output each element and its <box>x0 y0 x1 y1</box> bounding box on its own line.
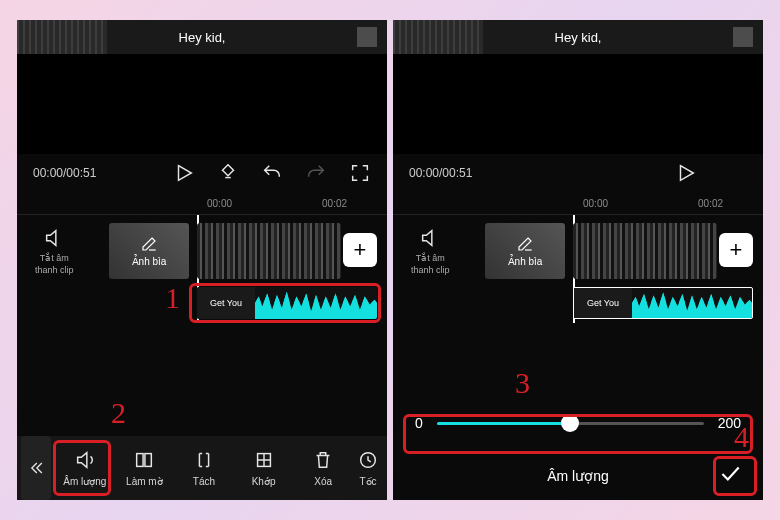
video-track[interactable] <box>573 223 717 279</box>
cover-clip-label: Ảnh bìa <box>508 256 543 267</box>
screen-step-3-4: Hey kid, 00:00/00:51 00:00 00:02 Tắt âm … <box>393 20 763 500</box>
add-clip-button[interactable]: + <box>719 233 753 267</box>
play-button[interactable] <box>675 162 697 184</box>
tool-split[interactable]: Tách <box>174 449 234 487</box>
volume-slider-panel: 0 200 <box>393 398 763 448</box>
player-controls: 00:00/00:51 <box>17 154 387 198</box>
redo-button[interactable] <box>305 162 327 184</box>
bottom-toolbar: Âm lượng Làm mờ Tách Khớp Xóa Tốc <box>17 436 387 500</box>
tool-match[interactable]: Khớp <box>234 449 294 487</box>
play-button[interactable] <box>173 162 195 184</box>
volume-slider[interactable] <box>437 422 704 425</box>
preview-close-button[interactable] <box>357 27 377 47</box>
screen-step-1-2: Hey kid, 00:00/00:51 00:00 00:02 Tắt âm … <box>17 20 387 500</box>
audio-track[interactable]: Get You <box>197 287 377 319</box>
preview-close-button[interactable] <box>733 27 753 47</box>
timecode: 00:00/00:51 <box>409 166 472 180</box>
timeline[interactable]: Tắt âm thanh clip Ảnh bìa + Get You <box>393 215 763 325</box>
ruler-tick: 00:00 <box>583 198 608 212</box>
player-controls: 00:00/00:51 <box>393 154 763 198</box>
mute-clip-label: Tắt âm <box>411 253 450 265</box>
mute-clip-label: thanh clip <box>35 265 74 277</box>
video-canvas <box>393 54 763 154</box>
video-canvas <box>17 54 387 154</box>
callout-number-1: 1 <box>165 281 180 315</box>
toolbar-back-button[interactable] <box>21 436 51 500</box>
fullscreen-button[interactable] <box>349 162 371 184</box>
tool-blur[interactable]: Làm mờ <box>115 449 175 487</box>
mute-clip-button[interactable]: Tắt âm thanh clip <box>411 227 450 276</box>
tool-label: Làm mờ <box>126 476 163 487</box>
audio-track-label: Get You <box>574 288 632 318</box>
undo-button[interactable] <box>261 162 283 184</box>
tool-delete[interactable]: Xóa <box>293 449 353 487</box>
svg-rect-0 <box>137 454 143 467</box>
panel-title: Âm lượng <box>547 468 609 484</box>
timeline-ruler: 00:00 00:02 <box>393 198 763 212</box>
mute-clip-label: Tắt âm <box>35 253 74 265</box>
slider-thumb[interactable] <box>561 414 579 432</box>
slider-min-label: 0 <box>415 415 423 431</box>
callout-number-4: 4 <box>734 420 749 454</box>
tool-label: Tách <box>193 476 215 487</box>
preview-title: Hey kid, <box>555 30 602 45</box>
tool-volume[interactable]: Âm lượng <box>55 449 115 487</box>
tool-label: Âm lượng <box>63 476 106 487</box>
video-track[interactable] <box>197 223 341 279</box>
ruler-tick: 00:02 <box>698 198 723 212</box>
timeline-ruler: 00:00 00:02 <box>17 198 387 212</box>
audio-track-selected[interactable]: Get You <box>573 287 753 319</box>
cover-clip-label: Ảnh bìa <box>132 256 167 267</box>
callout-number-3: 3 <box>515 366 530 400</box>
ruler-tick: 00:00 <box>207 198 232 212</box>
tool-label: Tốc <box>359 476 376 487</box>
waveform <box>632 288 752 318</box>
tool-label: Khớp <box>252 476 276 487</box>
tool-speed[interactable]: Tốc <box>353 449 383 487</box>
cover-clip[interactable]: Ảnh bìa <box>485 223 565 279</box>
video-preview: Hey kid, <box>17 20 387 54</box>
svg-rect-1 <box>145 454 151 467</box>
ruler-tick: 00:02 <box>322 198 347 212</box>
preview-title: Hey kid, <box>179 30 226 45</box>
bottom-bar: Âm lượng <box>393 452 763 500</box>
waveform <box>255 287 377 319</box>
tool-label: Xóa <box>314 476 332 487</box>
video-preview: Hey kid, <box>393 20 763 54</box>
mute-clip-button[interactable]: Tắt âm thanh clip <box>35 227 74 276</box>
add-clip-button[interactable]: + <box>343 233 377 267</box>
cover-clip[interactable]: Ảnh bìa <box>109 223 189 279</box>
audio-track-label: Get You <box>197 287 255 319</box>
callout-number-2: 2 <box>111 396 126 430</box>
timecode: 00:00/00:51 <box>33 166 96 180</box>
confirm-button[interactable] <box>717 460 751 492</box>
keyframe-button[interactable] <box>217 162 239 184</box>
timeline[interactable]: Tắt âm thanh clip Ảnh bìa + Get You 1 <box>17 215 387 325</box>
mute-clip-label: thanh clip <box>411 265 450 277</box>
